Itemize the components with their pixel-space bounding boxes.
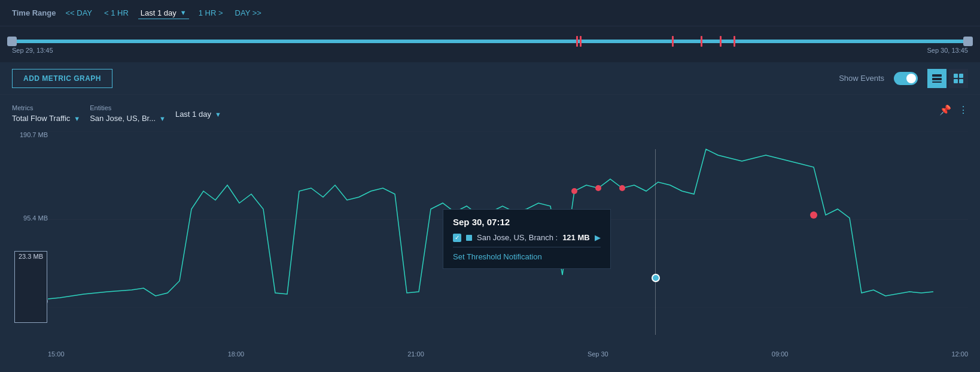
toggle-knob <box>906 74 916 83</box>
metrics-dropdown-arrow: ▼ <box>74 115 80 122</box>
y-axis-mid-label: 95.4 MB <box>12 214 48 222</box>
tooltip-checkbox[interactable]: ✓ <box>453 234 461 242</box>
event-marker <box>580 36 582 47</box>
nav-next-day-button[interactable]: DAY >> <box>233 7 264 19</box>
time-range-dropdown-arrow: ▼ <box>180 9 187 16</box>
metrics-label: Metrics <box>12 104 80 111</box>
svg-rect-6 <box>959 79 963 83</box>
x-axis-label-2100: 21:00 <box>407 350 424 358</box>
svg-point-11 <box>595 185 601 191</box>
baseline-label: 23.3 MB <box>14 251 47 323</box>
chart-area: 190.7 MB 95.4 MB 0 23.3 MB Sep 30, 07:12 <box>12 131 968 341</box>
x-axis-label-1500: 15:00 <box>48 350 65 358</box>
timeline-slider-area: Sep 29, 13:45 Sep 30, 13:45 <box>0 26 980 62</box>
slider-track[interactable] <box>12 40 968 43</box>
tooltip-expand-arrow[interactable]: ▶ <box>595 233 601 242</box>
svg-rect-4 <box>959 74 963 78</box>
chart-actions: 📌 ⋮ <box>939 104 968 116</box>
chart-panel: Metrics Total Flow Traffic ▼ Entities Sa… <box>0 95 980 372</box>
svg-rect-1 <box>932 78 942 80</box>
entities-dropdown-arrow: ▼ <box>159 115 166 122</box>
event-marker <box>720 36 722 47</box>
set-threshold-button[interactable]: Set Threshold Notification <box>453 252 542 261</box>
show-events-label: Show Events <box>839 74 884 83</box>
nav-prev-hour-button[interactable]: < 1 HR <box>102 7 131 19</box>
svg-point-12 <box>619 185 625 191</box>
chart-controls: Metrics Total Flow Traffic ▼ Entities Sa… <box>12 104 968 124</box>
tooltip-popup: Sep 30, 07:12 ✓ San Jose, US, Branch : 1… <box>443 209 611 269</box>
tooltip-entity-row: ✓ San Jose, US, Branch : 121 MB ▶ <box>453 233 601 242</box>
tooltip-line <box>655 149 656 335</box>
chart-timerange-value: Last 1 day <box>175 110 211 119</box>
svg-rect-2 <box>932 81 942 83</box>
metrics-control: Metrics Total Flow Traffic ▼ <box>12 104 80 124</box>
more-options-icon[interactable]: ⋮ <box>958 104 968 116</box>
tooltip-value: 121 MB <box>562 233 590 242</box>
slider-handle-right[interactable] <box>963 37 973 46</box>
entities-label: Entities <box>90 104 166 111</box>
tooltip-entity-name: San Jose, US, Branch : <box>477 233 558 242</box>
tooltip-color-swatch <box>466 235 472 241</box>
timerange-control: Last 1 day ▼ <box>175 108 221 120</box>
event-marker <box>672 36 674 47</box>
nav-next-hour-button[interactable]: 1 HR > <box>196 7 226 19</box>
grid-view-button[interactable] <box>949 69 968 88</box>
svg-rect-0 <box>932 74 942 77</box>
x-axis-label-0900: 09:00 <box>772 350 789 358</box>
y-axis-top-label: 190.7 MB <box>12 131 48 138</box>
slider-start-label: Sep 29, 13:45 <box>12 47 53 54</box>
show-events-toggle[interactable] <box>894 72 918 85</box>
tooltip-divider <box>453 247 601 247</box>
entities-control: Entities San Jose, US, Br... ▼ <box>90 104 166 124</box>
svg-point-13 <box>810 211 817 219</box>
toolbar: ADD METRIC GRAPH Show Events <box>0 62 980 95</box>
tooltip-dot <box>652 274 660 282</box>
x-axis-label-1200: 12:00 <box>951 350 968 358</box>
list-view-button[interactable] <box>927 69 946 88</box>
chart-timerange-selector[interactable]: Last 1 day ▼ <box>175 108 221 120</box>
metrics-selector[interactable]: Total Flow Traffic ▼ <box>12 113 80 124</box>
time-range-bar: Time Range << DAY < 1 HR Last 1 day ▼ 1 … <box>0 0 980 26</box>
slider-labels: Sep 29, 13:45 Sep 30, 13:45 <box>12 47 968 54</box>
time-range-label: Time Range <box>12 8 56 17</box>
time-range-selector[interactable]: Last 1 day ▼ <box>138 7 189 19</box>
view-toggle <box>927 69 968 88</box>
event-marker <box>734 36 735 47</box>
svg-rect-3 <box>954 74 958 78</box>
event-marker <box>576 36 578 47</box>
slider-handle-left[interactable] <box>7 37 17 46</box>
entities-value: San Jose, US, Br... <box>90 114 156 123</box>
add-metric-button[interactable]: ADD METRIC GRAPH <box>12 69 112 88</box>
event-marker <box>701 36 702 47</box>
x-axis-label-sep30: Sep 30 <box>588 350 608 358</box>
x-axis-label-1800: 18:00 <box>228 350 245 358</box>
svg-point-10 <box>571 188 577 194</box>
tooltip-date: Sep 30, 07:12 <box>453 217 601 227</box>
pin-icon[interactable]: 📌 <box>939 104 951 116</box>
toolbar-right: Show Events <box>839 69 968 88</box>
nav-prev-day-button[interactable]: << DAY <box>63 7 95 19</box>
entities-selector[interactable]: San Jose, US, Br... ▼ <box>90 113 166 124</box>
metrics-value: Total Flow Traffic <box>12 114 70 123</box>
slider-end-label: Sep 30, 13:45 <box>927 47 968 54</box>
svg-rect-5 <box>954 79 958 83</box>
time-range-value: Last 1 day <box>141 8 176 17</box>
chart-timerange-arrow: ▼ <box>215 111 221 118</box>
